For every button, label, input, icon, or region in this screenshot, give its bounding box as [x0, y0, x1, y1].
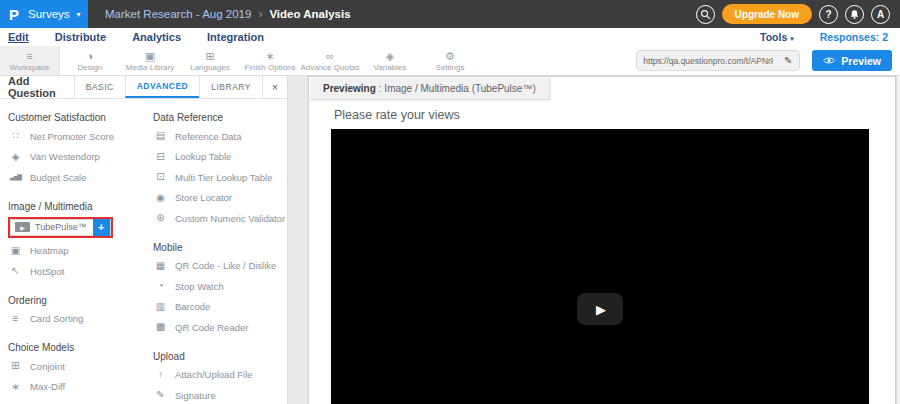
question-type-custom-numeric-validator[interactable]: ⊛ Custom Numeric Validator — [153, 208, 287, 229]
survey-url-box: ✎ — [636, 50, 800, 71]
add-question-header: Add Question BASIC ADVANCED LIBRARY × — [0, 76, 287, 99]
app-window: P Surveys ▾ Market Research - Aug 2019 ›… — [0, 0, 900, 404]
question-type-net-promoter-score[interactable]: ∷ Net Promoter Score — [8, 126, 140, 147]
tag-icon: ◈ — [8, 152, 23, 162]
toolbar-languages[interactable]: ⊞ Languages — [180, 46, 240, 75]
wand-icon: ∗ — [8, 382, 23, 392]
tab-advanced[interactable]: ADVANCED — [125, 76, 200, 98]
list-icon: ≡ — [8, 314, 23, 324]
tab-basic[interactable]: BASIC — [74, 76, 125, 98]
question-type-card-sorting[interactable]: ≡ Card Sorting — [8, 309, 140, 330]
toolbar-finish-options[interactable]: ∗ Finish Options — [240, 46, 300, 75]
reference-data-icon: ▤ — [153, 131, 168, 141]
question-type-lookup-table[interactable]: ⊟ Lookup Table — [153, 147, 287, 168]
section-mobile: Mobile ▦ QR Code - Like / Dislike ◔ Stop… — [153, 239, 287, 338]
section-data-reference: Data Reference ▤ Reference Data ⊟ Lookup… — [153, 109, 287, 229]
question-type-signature[interactable]: ✎ Signature — [153, 385, 287, 404]
section-customer-satisfaction: Customer Satisfaction ∷ Net Promoter Sco… — [8, 109, 140, 188]
edit-url-pencil-icon[interactable]: ✎ — [779, 55, 797, 66]
bell-icon — [849, 9, 860, 20]
breadcrumb-survey-name[interactable]: Market Research - Aug 2019 — [105, 8, 251, 20]
search-button[interactable] — [696, 5, 715, 24]
toolbar-workspace[interactable]: ≡ Workspace — [0, 46, 60, 75]
surveys-menu[interactable]: P Surveys ▾ — [0, 0, 88, 28]
section-ordering: Ordering ≡ Card Sorting — [8, 292, 140, 330]
chevron-down-icon: ▾ — [77, 10, 81, 19]
question-type-reference-data[interactable]: ▤ Reference Data — [153, 126, 287, 147]
close-panel-button[interactable]: × — [262, 76, 287, 98]
question-type-stop-watch[interactable]: ◔ Stop Watch — [153, 276, 287, 297]
upload-icon: ↑ — [153, 370, 168, 380]
search-icon — [700, 9, 711, 20]
tools-menu[interactable]: Tools ▾ — [760, 31, 794, 43]
questionpro-logo-icon: P — [9, 6, 19, 23]
question-type-qr-like-dislike[interactable]: ▦ QR Code - Like / Dislike — [153, 256, 287, 277]
header-actions: Upgrade Now ? A — [696, 4, 900, 24]
toolbar-media-library[interactable]: ▣ Media Library — [120, 46, 180, 75]
translate-icon: ⊞ — [205, 50, 214, 62]
question-type-qr-code-reader[interactable]: ▩ QR Code Reader — [153, 317, 287, 338]
question-type-column-2: Data Reference ▤ Reference Data ⊟ Lookup… — [140, 99, 287, 404]
nav-edit[interactable]: Edit — [8, 31, 29, 43]
breadcrumb-separator: › — [258, 7, 262, 21]
add-question-panel: Add Question BASIC ADVANCED LIBRARY × Cu… — [0, 76, 288, 404]
upgrade-now-button[interactable]: Upgrade Now — [722, 4, 812, 24]
question-type-store-locator[interactable]: ◉ Store Locator — [153, 188, 287, 209]
nav-distribute[interactable]: Distribute — [55, 31, 106, 43]
qr-code-icon: ▦ — [153, 261, 168, 271]
eye-icon — [823, 56, 835, 65]
map-pin-icon: ◉ — [153, 193, 168, 203]
nps-scale-icon: ∷ — [8, 131, 23, 141]
notifications-button[interactable] — [845, 5, 864, 24]
question-type-max-diff[interactable]: ∗ Max-Diff — [8, 377, 140, 398]
signature-icon: ✎ — [153, 390, 168, 400]
question-type-multi-tier-lookup-table[interactable]: ⊡ Multi Tier Lookup Table — [153, 167, 287, 188]
question-type-van-westendorp[interactable]: ◈ Van Westendorp — [8, 147, 140, 168]
palette-icon: ◑ — [87, 50, 94, 62]
cursor-icon: ↖ — [8, 266, 23, 276]
image-icon: ▣ — [145, 50, 155, 62]
toolbar-right: ✎ Preview — [636, 46, 900, 75]
add-tubepulse-button[interactable]: + — [93, 219, 110, 236]
validator-icon: ⊛ — [153, 213, 168, 223]
help-icon: ? — [825, 9, 831, 20]
nav-integration[interactable]: Integration — [207, 31, 264, 43]
survey-nav: Edit Distribute Analytics Integration To… — [0, 28, 900, 46]
responses-link[interactable]: Responses: 2 — [820, 31, 888, 43]
question-type-hotspot[interactable]: ↖ HotSpot — [8, 261, 140, 282]
account-avatar[interactable]: A — [871, 5, 890, 24]
question-type-attach-upload-file[interactable]: ↑ Attach/Upload File — [153, 365, 287, 386]
question-type-budget-scale[interactable]: ▃▅▇ Budget Scale — [8, 167, 140, 188]
tab-library[interactable]: LIBRARY — [199, 76, 262, 98]
heatmap-image-icon: ▣ — [8, 246, 23, 256]
play-button[interactable]: ▶ — [577, 293, 623, 325]
bar-chart-icon: ▃▅▇ — [8, 172, 23, 182]
toolbar-design[interactable]: ◑ Design — [60, 46, 120, 75]
video-player[interactable]: ▶ — [331, 129, 869, 404]
nav-analytics[interactable]: Analytics — [132, 31, 181, 43]
preview-button[interactable]: Preview — [812, 50, 892, 71]
previewing-tab: Previewing : Image / Multimedia (TubePul… — [310, 78, 550, 100]
toolbar-advance-quotas[interactable]: ∞ Advance Quotas — [300, 46, 360, 75]
question-type-barcode[interactable]: ▥ Barcode — [153, 297, 287, 318]
surveys-menu-label: Surveys — [28, 8, 70, 20]
video-icon: ▶ — [15, 222, 30, 232]
help-button[interactable]: ? — [819, 5, 838, 24]
question-type-tubepulse[interactable]: ▶ TubePulse™ + — [10, 219, 111, 236]
add-question-title: Add Question — [0, 76, 74, 98]
question-text: Please rate your views — [334, 108, 460, 122]
survey-url-input[interactable] — [637, 56, 779, 66]
preview-panel: Previewing : Image / Multimedia (TubePul… — [308, 76, 896, 404]
question-type-heatmap[interactable]: ▣ Heatmap — [8, 241, 140, 262]
question-type-conjoint[interactable]: ⊞ Conjoint — [8, 356, 140, 377]
barcode-icon: ▥ — [153, 302, 168, 312]
breadcrumb: Market Research - Aug 2019 › Video Analy… — [105, 7, 351, 21]
section-upload: Upload ↑ Attach/Upload File ✎ Signature — [153, 348, 287, 404]
table-icon: ⊟ — [153, 152, 168, 162]
toolbar-settings[interactable]: ⚙ Settings — [420, 46, 480, 75]
toolbar-variables[interactable]: ◈ Variables — [360, 46, 420, 75]
gear-icon: ⚙ — [445, 50, 455, 62]
scrollbar[interactable] — [896, 76, 900, 404]
qr-reader-icon: ▩ — [153, 322, 168, 332]
tubepulse-highlight-box: ▶ TubePulse™ + — [8, 217, 113, 238]
